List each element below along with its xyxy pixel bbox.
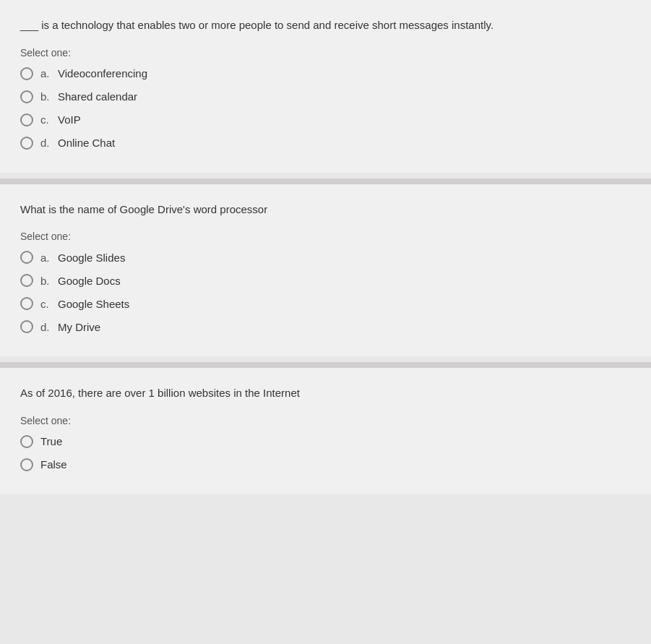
question-card-3: As of 2016, there are over 1 billion web… — [0, 368, 651, 494]
radio-1d[interactable] — [20, 137, 33, 150]
option-2b[interactable]: b. Google Docs — [20, 274, 631, 287]
radio-2d[interactable] — [20, 320, 33, 333]
option-list-2: a. Google Slides b. Google Docs c. Googl… — [20, 251, 631, 333]
question-card-2: What is the name of Google Drive's word … — [0, 184, 651, 357]
question-1-text: ___ is a technology that enables two or … — [20, 17, 631, 34]
option-3-false[interactable]: False — [20, 458, 631, 471]
option-2a[interactable]: a. Google Slides — [20, 251, 631, 264]
radio-1c[interactable] — [20, 113, 33, 126]
option-text-1b: Shared calendar — [58, 90, 137, 103]
option-3-true[interactable]: True — [20, 435, 631, 448]
option-letter-2b: b. — [40, 275, 53, 287]
select-one-label-1: Select one: — [20, 47, 631, 59]
option-letter-1b: b. — [40, 90, 53, 103]
radio-2b[interactable] — [20, 274, 33, 287]
radio-2a[interactable] — [20, 251, 33, 264]
select-one-label-3: Select one: — [20, 415, 631, 426]
option-text-1d: Online Chat — [58, 137, 115, 149]
radio-1a[interactable] — [20, 67, 33, 80]
option-letter-2a: a. — [40, 252, 53, 264]
divider-2 — [0, 362, 651, 368]
option-letter-1d: d. — [40, 137, 53, 149]
option-letter-1a: a. — [40, 67, 53, 80]
question-card-1: ___ is a technology that enables two or … — [0, 0, 651, 173]
question-2-text: What is the name of Google Drive's word … — [20, 202, 631, 218]
option-letter-2d: d. — [40, 321, 53, 333]
option-text-1c: VoIP — [58, 113, 81, 126]
option-1c[interactable]: c. VoIP — [20, 113, 631, 126]
option-2d[interactable]: d. My Drive — [20, 320, 631, 333]
radio-2c[interactable] — [20, 297, 33, 310]
question-3-text: As of 2016, there are over 1 billion web… — [20, 385, 631, 402]
radio-1b[interactable] — [20, 90, 33, 103]
option-text-2a: Google Slides — [58, 252, 125, 264]
option-text-2b: Google Docs — [58, 275, 121, 287]
option-letter-2c: c. — [40, 298, 53, 310]
option-1b[interactable]: b. Shared calendar — [20, 90, 631, 103]
option-text-2d: My Drive — [58, 321, 100, 333]
radio-3-true[interactable] — [20, 435, 33, 448]
select-one-label-2: Select one: — [20, 231, 631, 242]
option-1a[interactable]: a. Videoconferencing — [20, 67, 631, 80]
option-list-3: True False — [20, 435, 631, 471]
option-text-3-false: False — [40, 458, 67, 471]
option-1d[interactable]: d. Online Chat — [20, 137, 631, 150]
option-text-1a: Videoconferencing — [58, 67, 147, 80]
option-list-1: a. Videoconferencing b. Shared calendar … — [20, 67, 631, 150]
radio-3-false[interactable] — [20, 458, 33, 471]
divider-1 — [0, 179, 651, 184]
option-2c[interactable]: c. Google Sheets — [20, 297, 631, 310]
option-text-2c: Google Sheets — [58, 298, 129, 310]
option-letter-1c: c. — [40, 113, 53, 126]
option-text-3-true: True — [40, 435, 62, 447]
